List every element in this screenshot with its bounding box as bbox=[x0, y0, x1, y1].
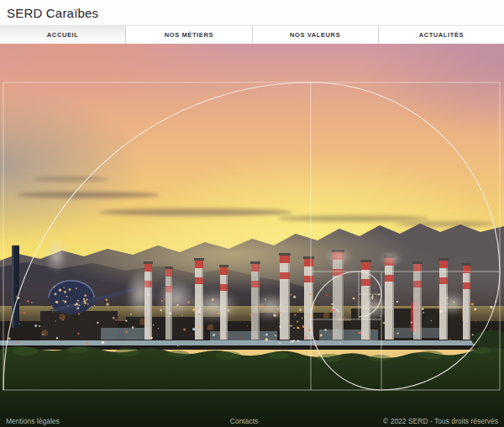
hero-image: Mentions légales Contacts © 2022 SERD - … bbox=[0, 44, 504, 427]
main-nav: ACCUEIL NOS MÉTIERS NOS VALEURS ACTUALIT… bbox=[0, 25, 504, 44]
nav-item-actualites[interactable]: ACTUALITÉS bbox=[378, 26, 504, 44]
site-title[interactable]: SERD Caraïbes bbox=[7, 6, 98, 20]
footer: Mentions légales Contacts © 2022 SERD - … bbox=[0, 416, 504, 426]
nav-item-accueil[interactable]: ACCUEIL bbox=[0, 26, 125, 44]
nav-item-nos-metiers[interactable]: NOS MÉTIERS bbox=[125, 26, 251, 44]
copyright-text: © 2022 SERD - Tous droits réservés bbox=[323, 417, 498, 425]
legal-link[interactable]: Mentions légales bbox=[6, 417, 165, 425]
nav-item-nos-valeurs[interactable]: NOS VALEURS bbox=[252, 26, 378, 44]
golden-spiral-overlay bbox=[0, 44, 504, 427]
contacts-link[interactable]: Contacts bbox=[165, 417, 323, 425]
masthead: SERD Caraïbes ACCUEIL NOS MÉTIERS NOS VA… bbox=[0, 0, 504, 44]
